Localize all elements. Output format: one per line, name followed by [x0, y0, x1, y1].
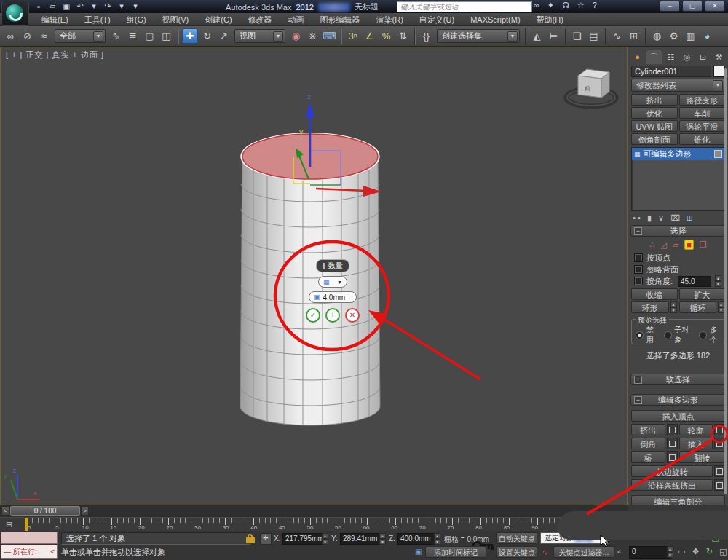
by-vertex-checkbox[interactable]: [634, 253, 643, 262]
menu-item[interactable]: 视图(V): [154, 13, 197, 26]
menu-item[interactable]: 组(G): [119, 13, 154, 26]
menu-item[interactable]: 工具(T): [76, 13, 119, 26]
absolute-mode-icon[interactable]: ✛: [260, 533, 272, 545]
prev-frame-button[interactable]: <: [1, 506, 9, 516]
chevron-down-icon[interactable]: ▼: [507, 31, 518, 42]
hinge-from-edge-button[interactable]: 从边旋转: [631, 465, 713, 477]
inset-button[interactable]: 插入: [679, 438, 713, 449]
qat-more-icon[interactable]: ▾: [130, 1, 141, 11]
maximize-viewport-icon[interactable]: ◱: [719, 547, 728, 556]
stack-item-editable-poly[interactable]: ▦ 可编辑多边形: [632, 148, 724, 160]
object-name-field[interactable]: Cylinder001: [631, 66, 711, 77]
open-file-icon[interactable]: ▱: [47, 1, 58, 11]
edit-named-sets-icon[interactable]: {}: [419, 28, 434, 44]
pan-icon[interactable]: ✥: [691, 547, 700, 556]
add-time-tag-button[interactable]: 添加时间标记: [425, 546, 486, 558]
select-and-move-icon[interactable]: ✚: [182, 28, 198, 44]
app-logo[interactable]: [1, 1, 29, 26]
rollout-soft-selection[interactable]: + 软选择: [630, 374, 726, 385]
tab-hierarchy[interactable]: ☷: [663, 50, 678, 64]
reference-coordinate-dropdown[interactable]: 视图▼: [234, 29, 285, 43]
angle-snap-icon[interactable]: ∠: [362, 28, 377, 44]
inset-settings-button[interactable]: [714, 438, 725, 449]
select-and-scale-icon[interactable]: ↗: [216, 28, 232, 44]
minimize-button[interactable]: –: [660, 1, 680, 12]
z-coordinate-field[interactable]: 400.0mm: [397, 533, 437, 545]
key-filters-button[interactable]: 关键点过滤器...: [553, 546, 614, 558]
subscription-icon[interactable]: ✦: [547, 1, 554, 10]
bridge-button[interactable]: 桥: [631, 451, 665, 463]
y-spinner[interactable]: ▲▼: [379, 533, 386, 545]
selection-filter-dropdown[interactable]: 全部▼: [55, 29, 106, 43]
extrude-along-spline-button[interactable]: 沿样条线挤出: [631, 479, 713, 491]
modifier-preset-button[interactable]: 路径变形: [679, 94, 726, 106]
render-production-icon[interactable]: ◕: [700, 28, 715, 44]
configure-modifier-sets-icon[interactable]: ⊞: [687, 213, 693, 223]
close-button[interactable]: ✕: [705, 1, 725, 12]
panel-scrollbar[interactable]: [724, 68, 727, 494]
modifier-list-dropdown[interactable]: 修改器列表 ▼: [631, 79, 725, 92]
material-editor-icon[interactable]: ◍: [649, 28, 665, 44]
remove-modifier-icon[interactable]: ⌧: [670, 213, 680, 223]
z-spinner[interactable]: ▲▼: [434, 533, 440, 545]
element-mode-icon[interactable]: ❒: [700, 240, 707, 250]
visibility-toggle-icon[interactable]: [714, 150, 722, 158]
select-and-manipulate-icon[interactable]: ※: [305, 28, 320, 44]
caddy-ok-button[interactable]: ✓: [306, 308, 320, 323]
render-setup-icon[interactable]: ⚙: [666, 28, 681, 44]
angle-field[interactable]: 45.0: [678, 276, 711, 287]
maximize-button[interactable]: ▢: [682, 1, 703, 12]
redo-icon[interactable]: ↷: [103, 1, 113, 11]
make-unique-icon[interactable]: ∨: [658, 213, 664, 223]
goto-start-icon[interactable]: «: [617, 548, 622, 556]
auto-key-button[interactable]: 自动关键点: [496, 532, 537, 544]
mirror-icon[interactable]: ◭: [529, 28, 545, 44]
named-selection-sets-dropdown[interactable]: 创建选择集▼: [437, 29, 520, 43]
maxscript-listener-line[interactable]: — 所在行: <: [1, 545, 58, 559]
time-slider[interactable]: < 0 / 100 >: [0, 505, 628, 518]
extrude-settings-button[interactable]: [667, 424, 678, 435]
search-input[interactable]: 键入关键字或短语: [397, 1, 532, 12]
modifier-preset-button[interactable]: 车削: [679, 107, 726, 119]
snap-toggle-3d-icon[interactable]: 3ⁿ: [345, 28, 360, 44]
set-key-curve-icon[interactable]: ∿: [542, 548, 548, 557]
modifier-preset-button[interactable]: UVW 贴图: [631, 120, 678, 132]
modifier-preset-button[interactable]: 挤出: [631, 94, 678, 106]
caddy-drag-handle-icon[interactable]: ‖: [323, 262, 325, 270]
ring-button[interactable]: 环形: [631, 301, 669, 313]
x-coordinate-field[interactable]: 217.795mm: [282, 533, 325, 545]
tab-create[interactable]: ●: [630, 50, 645, 64]
redo-dropdown-icon[interactable]: ▾: [116, 1, 127, 11]
menu-item[interactable]: 编辑(E): [33, 13, 76, 26]
preview-disable-radio[interactable]: [636, 331, 644, 339]
select-and-rotate-icon[interactable]: ↻: [199, 28, 215, 44]
undo-dropdown-icon[interactable]: ▾: [89, 1, 99, 11]
tab-display[interactable]: ⊡: [695, 50, 711, 64]
menu-item[interactable]: 帮助(H): [529, 13, 571, 26]
tab-motion[interactable]: ◎: [679, 50, 695, 64]
mini-curve-editor-icon[interactable]: ⊞: [6, 520, 12, 529]
flip-button[interactable]: 翻转: [679, 451, 726, 463]
rollout-edit-polygons[interactable]: − 编辑多边形: [630, 394, 726, 406]
select-and-link-icon[interactable]: ∞: [3, 28, 18, 44]
viewport-label[interactable]: [ + | 正交 | 真实 + 边面 ]: [6, 50, 104, 60]
track-bar[interactable]: ⊞ 05101520253035404550556065707580859095…: [0, 518, 628, 532]
caddy-title[interactable]: ‖ 数量: [316, 259, 349, 272]
save-file-icon[interactable]: ▣: [61, 1, 71, 11]
layer-manager-icon[interactable]: ❏: [569, 28, 585, 44]
angle-spinner[interactable]: ▲▼: [715, 275, 721, 287]
align-icon[interactable]: ⊨: [546, 28, 561, 44]
edge-mode-icon[interactable]: ◿: [660, 240, 666, 250]
undo-icon[interactable]: ↶: [75, 1, 85, 11]
help-icon[interactable]: ?: [593, 1, 597, 10]
bevel-settings-button[interactable]: [667, 438, 678, 449]
caddy-cancel-button[interactable]: ✕: [345, 308, 360, 323]
menu-item[interactable]: 动画: [280, 13, 312, 26]
next-frame-button[interactable]: >: [81, 506, 89, 516]
border-mode-icon[interactable]: ▱: [673, 240, 678, 250]
show-end-result-icon[interactable]: ▮: [647, 213, 652, 223]
modifier-preset-button[interactable]: 倒角剖面: [631, 133, 678, 145]
caddy-group-dropdown[interactable]: ▦ ▼: [318, 276, 347, 288]
by-angle-checkbox[interactable]: [634, 277, 643, 285]
loop-button[interactable]: 循环: [679, 301, 717, 313]
